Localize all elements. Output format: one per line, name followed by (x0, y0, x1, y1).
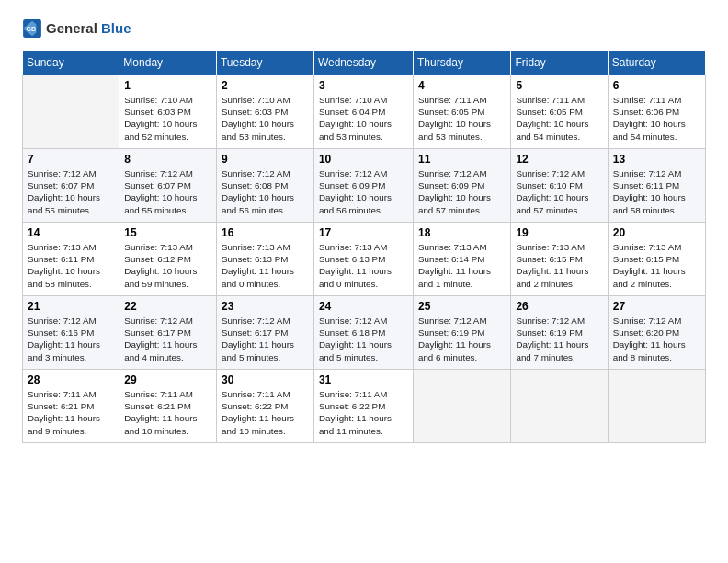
day-number: 14 (28, 226, 114, 239)
day-info: Sunrise: 7:13 AM Sunset: 6:15 PM Dayligh… (613, 241, 700, 290)
day-number: 20 (613, 226, 700, 239)
weekday-header-wednesday: Wednesday (313, 51, 413, 75)
day-number: 19 (516, 226, 602, 239)
logo-icon: GB (22, 18, 42, 39)
day-number: 5 (516, 79, 602, 92)
week-row-4: 21Sunrise: 7:12 AM Sunset: 6:16 PM Dayli… (23, 296, 706, 370)
logo-text: General Blue (46, 21, 131, 37)
day-number: 6 (613, 79, 700, 92)
day-info: Sunrise: 7:10 AM Sunset: 6:03 PM Dayligh… (222, 94, 309, 143)
day-info: Sunrise: 7:12 AM Sunset: 6:19 PM Dayligh… (418, 315, 506, 363)
day-cell: 30Sunrise: 7:11 AM Sunset: 6:22 PM Dayli… (216, 370, 313, 443)
weekday-header-row: SundayMondayTuesdayWednesdayThursdayFrid… (23, 51, 706, 75)
day-cell (608, 370, 705, 443)
day-info: Sunrise: 7:12 AM Sunset: 6:09 PM Dayligh… (418, 167, 506, 216)
day-info: Sunrise: 7:11 AM Sunset: 6:21 PM Dayligh… (124, 388, 211, 437)
day-info: Sunrise: 7:11 AM Sunset: 6:22 PM Dayligh… (222, 388, 309, 437)
weekday-header-friday: Friday (511, 51, 608, 75)
weekday-header-saturday: Saturday (608, 51, 705, 75)
day-number: 12 (516, 153, 602, 166)
day-cell: 10Sunrise: 7:12 AM Sunset: 6:09 PM Dayli… (313, 149, 413, 223)
day-cell (511, 370, 608, 443)
day-info: Sunrise: 7:13 AM Sunset: 6:15 PM Dayligh… (516, 241, 602, 290)
weekday-header-monday: Monday (119, 51, 217, 75)
day-cell: 16Sunrise: 7:13 AM Sunset: 6:13 PM Dayli… (216, 223, 313, 296)
day-number: 28 (28, 373, 114, 386)
day-info: Sunrise: 7:10 AM Sunset: 6:03 PM Dayligh… (124, 94, 211, 143)
day-cell: 14Sunrise: 7:13 AM Sunset: 6:11 PM Dayli… (23, 223, 119, 296)
day-number: 1 (124, 79, 211, 92)
day-cell: 2Sunrise: 7:10 AM Sunset: 6:03 PM Daylig… (216, 75, 313, 149)
weekday-header-sunday: Sunday (23, 51, 119, 75)
day-cell: 17Sunrise: 7:13 AM Sunset: 6:13 PM Dayli… (313, 223, 413, 296)
day-number: 25 (418, 300, 506, 313)
day-cell: 27Sunrise: 7:12 AM Sunset: 6:20 PM Dayli… (608, 296, 705, 370)
day-info: Sunrise: 7:10 AM Sunset: 6:04 PM Dayligh… (319, 94, 408, 143)
day-number: 31 (319, 373, 408, 386)
day-info: Sunrise: 7:12 AM Sunset: 6:17 PM Dayligh… (124, 315, 211, 363)
week-row-5: 28Sunrise: 7:11 AM Sunset: 6:21 PM Dayli… (23, 370, 706, 443)
day-info: Sunrise: 7:12 AM Sunset: 6:07 PM Dayligh… (124, 167, 211, 216)
day-info: Sunrise: 7:11 AM Sunset: 6:06 PM Dayligh… (613, 94, 700, 143)
day-number: 9 (222, 153, 309, 166)
day-cell (23, 75, 119, 149)
day-cell (413, 370, 510, 443)
day-cell: 20Sunrise: 7:13 AM Sunset: 6:15 PM Dayli… (608, 223, 705, 296)
header: GB General Blue (22, 18, 706, 39)
day-cell: 13Sunrise: 7:12 AM Sunset: 6:11 PM Dayli… (608, 149, 705, 223)
day-number: 17 (319, 226, 408, 239)
day-cell: 8Sunrise: 7:12 AM Sunset: 6:07 PM Daylig… (119, 149, 217, 223)
day-number: 15 (124, 226, 211, 239)
day-cell: 18Sunrise: 7:13 AM Sunset: 6:14 PM Dayli… (413, 223, 510, 296)
weekday-header-tuesday: Tuesday (216, 51, 313, 75)
day-info: Sunrise: 7:12 AM Sunset: 6:11 PM Dayligh… (613, 167, 700, 216)
svg-text:GB: GB (26, 26, 36, 33)
day-number: 27 (613, 300, 700, 313)
day-cell: 31Sunrise: 7:11 AM Sunset: 6:22 PM Dayli… (313, 370, 413, 443)
day-cell: 5Sunrise: 7:11 AM Sunset: 6:05 PM Daylig… (511, 75, 608, 149)
day-info: Sunrise: 7:13 AM Sunset: 6:13 PM Dayligh… (319, 241, 408, 290)
day-info: Sunrise: 7:12 AM Sunset: 6:18 PM Dayligh… (319, 315, 408, 363)
day-number: 16 (222, 226, 309, 239)
day-info: Sunrise: 7:12 AM Sunset: 6:07 PM Dayligh… (28, 167, 114, 216)
day-cell: 29Sunrise: 7:11 AM Sunset: 6:21 PM Dayli… (119, 370, 217, 443)
day-cell: 1Sunrise: 7:10 AM Sunset: 6:03 PM Daylig… (119, 75, 217, 149)
weekday-header-thursday: Thursday (413, 51, 510, 75)
day-info: Sunrise: 7:13 AM Sunset: 6:11 PM Dayligh… (28, 241, 114, 290)
day-info: Sunrise: 7:12 AM Sunset: 6:09 PM Dayligh… (319, 167, 408, 216)
logo-blue: Blue (101, 20, 131, 36)
day-number: 11 (418, 153, 506, 166)
day-info: Sunrise: 7:11 AM Sunset: 6:05 PM Dayligh… (516, 94, 602, 143)
day-cell: 11Sunrise: 7:12 AM Sunset: 6:09 PM Dayli… (413, 149, 510, 223)
day-number: 21 (28, 300, 114, 313)
day-number: 30 (222, 373, 309, 386)
day-number: 29 (124, 373, 211, 386)
day-cell: 6Sunrise: 7:11 AM Sunset: 6:06 PM Daylig… (608, 75, 705, 149)
week-row-3: 14Sunrise: 7:13 AM Sunset: 6:11 PM Dayli… (23, 223, 706, 296)
day-cell: 24Sunrise: 7:12 AM Sunset: 6:18 PM Dayli… (313, 296, 413, 370)
day-info: Sunrise: 7:13 AM Sunset: 6:14 PM Dayligh… (418, 241, 506, 290)
day-number: 23 (222, 300, 309, 313)
day-info: Sunrise: 7:11 AM Sunset: 6:21 PM Dayligh… (28, 388, 114, 437)
day-number: 7 (28, 153, 114, 166)
logo: GB General Blue (22, 18, 131, 39)
day-cell: 28Sunrise: 7:11 AM Sunset: 6:21 PM Dayli… (23, 370, 119, 443)
day-info: Sunrise: 7:12 AM Sunset: 6:19 PM Dayligh… (516, 315, 602, 363)
day-number: 24 (319, 300, 408, 313)
day-number: 26 (516, 300, 602, 313)
day-info: Sunrise: 7:11 AM Sunset: 6:22 PM Dayligh… (319, 388, 408, 437)
day-cell: 3Sunrise: 7:10 AM Sunset: 6:04 PM Daylig… (313, 75, 413, 149)
day-number: 10 (319, 153, 408, 166)
day-info: Sunrise: 7:12 AM Sunset: 6:20 PM Dayligh… (613, 315, 700, 363)
day-info: Sunrise: 7:13 AM Sunset: 6:13 PM Dayligh… (222, 241, 309, 290)
day-number: 13 (613, 153, 700, 166)
day-cell: 21Sunrise: 7:12 AM Sunset: 6:16 PM Dayli… (23, 296, 119, 370)
day-cell: 9Sunrise: 7:12 AM Sunset: 6:08 PM Daylig… (216, 149, 313, 223)
day-info: Sunrise: 7:12 AM Sunset: 6:10 PM Dayligh… (516, 167, 602, 216)
day-cell: 4Sunrise: 7:11 AM Sunset: 6:05 PM Daylig… (413, 75, 510, 149)
day-cell: 25Sunrise: 7:12 AM Sunset: 6:19 PM Dayli… (413, 296, 510, 370)
day-cell: 7Sunrise: 7:12 AM Sunset: 6:07 PM Daylig… (23, 149, 119, 223)
week-row-1: 1Sunrise: 7:10 AM Sunset: 6:03 PM Daylig… (23, 75, 706, 149)
day-info: Sunrise: 7:12 AM Sunset: 6:17 PM Dayligh… (222, 315, 309, 363)
day-cell: 15Sunrise: 7:13 AM Sunset: 6:12 PM Dayli… (119, 223, 217, 296)
